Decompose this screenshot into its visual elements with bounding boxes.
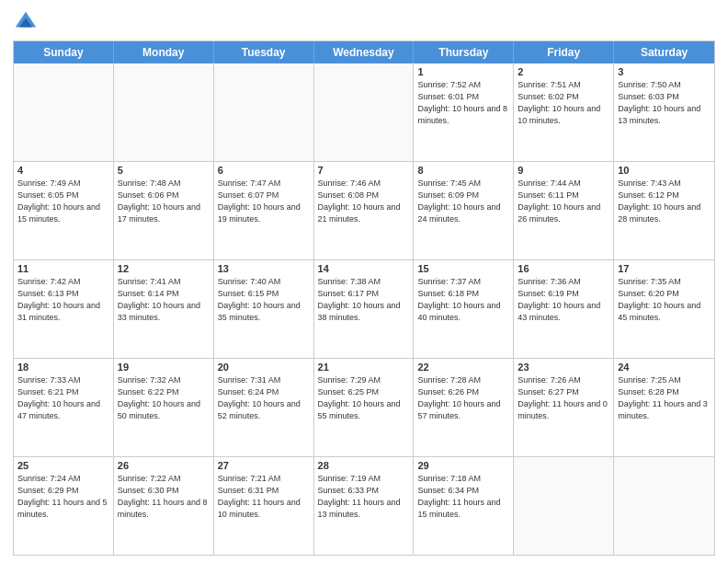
calendar-cell: 25Sunrise: 7:24 AM Sunset: 6:29 PM Dayli… bbox=[14, 457, 114, 555]
sun-info: Sunrise: 7:51 AM Sunset: 6:02 PM Dayligh… bbox=[518, 79, 609, 127]
logo bbox=[13, 9, 42, 35]
calendar-cell: 11Sunrise: 7:42 AM Sunset: 6:13 PM Dayli… bbox=[14, 260, 114, 358]
day-number: 15 bbox=[417, 263, 509, 274]
calendar-cell: 17Sunrise: 7:35 AM Sunset: 6:20 PM Dayli… bbox=[614, 260, 714, 358]
sun-info: Sunrise: 7:50 AM Sunset: 6:03 PM Dayligh… bbox=[618, 79, 711, 127]
calendar-cell bbox=[114, 63, 214, 161]
day-number: 9 bbox=[518, 165, 609, 176]
calendar-body: 1Sunrise: 7:52 AM Sunset: 6:01 PM Daylig… bbox=[14, 63, 714, 555]
logo-icon bbox=[13, 9, 39, 35]
calendar-cell: 12Sunrise: 7:41 AM Sunset: 6:14 PM Dayli… bbox=[114, 260, 214, 358]
calendar-cell: 22Sunrise: 7:28 AM Sunset: 6:26 PM Dayli… bbox=[414, 359, 514, 456]
sun-info: Sunrise: 7:48 AM Sunset: 6:06 PM Dayligh… bbox=[118, 178, 210, 225]
day-number: 24 bbox=[618, 362, 711, 373]
calendar-row-3: 18Sunrise: 7:33 AM Sunset: 6:21 PM Dayli… bbox=[14, 358, 714, 456]
calendar-row-2: 11Sunrise: 7:42 AM Sunset: 6:13 PM Dayli… bbox=[14, 259, 714, 358]
header-cell-thursday: Thursday bbox=[414, 41, 514, 63]
calendar-cell: 18Sunrise: 7:33 AM Sunset: 6:21 PM Dayli… bbox=[14, 359, 114, 456]
calendar-cell: 28Sunrise: 7:19 AM Sunset: 6:33 PM Dayli… bbox=[314, 457, 415, 555]
sun-info: Sunrise: 7:52 AM Sunset: 6:01 PM Dayligh… bbox=[417, 79, 509, 127]
day-number: 17 bbox=[618, 263, 711, 274]
day-number: 1 bbox=[417, 66, 509, 77]
day-number: 23 bbox=[518, 362, 609, 373]
sun-info: Sunrise: 7:18 AM Sunset: 6:34 PM Dayligh… bbox=[417, 473, 509, 521]
header-cell-saturday: Saturday bbox=[614, 41, 714, 63]
day-number: 14 bbox=[318, 263, 410, 274]
sun-info: Sunrise: 7:24 AM Sunset: 6:29 PM Dayligh… bbox=[17, 473, 109, 521]
sun-info: Sunrise: 7:43 AM Sunset: 6:12 PM Dayligh… bbox=[618, 178, 711, 225]
sun-info: Sunrise: 7:19 AM Sunset: 6:33 PM Dayligh… bbox=[318, 473, 410, 521]
day-number: 29 bbox=[417, 460, 509, 471]
sun-info: Sunrise: 7:45 AM Sunset: 6:09 PM Dayligh… bbox=[417, 178, 509, 225]
sun-info: Sunrise: 7:22 AM Sunset: 6:30 PM Dayligh… bbox=[118, 473, 210, 521]
sun-info: Sunrise: 7:28 AM Sunset: 6:26 PM Dayligh… bbox=[417, 374, 509, 422]
sun-info: Sunrise: 7:37 AM Sunset: 6:18 PM Dayligh… bbox=[417, 276, 509, 324]
header-cell-friday: Friday bbox=[514, 41, 614, 63]
day-number: 7 bbox=[318, 165, 410, 176]
day-number: 10 bbox=[618, 165, 711, 176]
day-number: 20 bbox=[218, 362, 310, 373]
calendar-cell: 7Sunrise: 7:46 AM Sunset: 6:08 PM Daylig… bbox=[314, 162, 415, 259]
header bbox=[13, 9, 715, 35]
day-number: 19 bbox=[118, 362, 210, 373]
calendar-cell: 10Sunrise: 7:43 AM Sunset: 6:12 PM Dayli… bbox=[614, 162, 714, 259]
day-number: 3 bbox=[618, 66, 711, 77]
day-number: 11 bbox=[17, 263, 109, 274]
day-number: 22 bbox=[417, 362, 509, 373]
calendar-cell: 27Sunrise: 7:21 AM Sunset: 6:31 PM Dayli… bbox=[214, 457, 314, 555]
calendar-cell: 4Sunrise: 7:49 AM Sunset: 6:05 PM Daylig… bbox=[14, 162, 114, 259]
sun-info: Sunrise: 7:40 AM Sunset: 6:15 PM Dayligh… bbox=[218, 276, 310, 324]
calendar-cell: 1Sunrise: 7:52 AM Sunset: 6:01 PM Daylig… bbox=[414, 63, 514, 161]
day-number: 16 bbox=[518, 263, 609, 274]
sun-info: Sunrise: 7:38 AM Sunset: 6:17 PM Dayligh… bbox=[318, 276, 410, 324]
sun-info: Sunrise: 7:25 AM Sunset: 6:28 PM Dayligh… bbox=[618, 374, 711, 422]
day-number: 4 bbox=[17, 165, 109, 176]
sun-info: Sunrise: 7:32 AM Sunset: 6:22 PM Dayligh… bbox=[118, 374, 210, 422]
sun-info: Sunrise: 7:42 AM Sunset: 6:13 PM Dayligh… bbox=[17, 276, 109, 324]
day-number: 5 bbox=[118, 165, 210, 176]
day-number: 6 bbox=[218, 165, 310, 176]
calendar-cell: 3Sunrise: 7:50 AM Sunset: 6:03 PM Daylig… bbox=[614, 63, 714, 161]
sun-info: Sunrise: 7:29 AM Sunset: 6:25 PM Dayligh… bbox=[318, 374, 410, 422]
sun-info: Sunrise: 7:31 AM Sunset: 6:24 PM Dayligh… bbox=[218, 374, 310, 422]
calendar-cell: 23Sunrise: 7:26 AM Sunset: 6:27 PM Dayli… bbox=[514, 359, 614, 456]
day-number: 2 bbox=[518, 66, 609, 77]
calendar: SundayMondayTuesdayWednesdayThursdayFrid… bbox=[13, 40, 715, 556]
calendar-cell: 5Sunrise: 7:48 AM Sunset: 6:06 PM Daylig… bbox=[114, 162, 214, 259]
day-number: 13 bbox=[218, 263, 310, 274]
calendar-cell: 8Sunrise: 7:45 AM Sunset: 6:09 PM Daylig… bbox=[414, 162, 514, 259]
calendar-cell: 24Sunrise: 7:25 AM Sunset: 6:28 PM Dayli… bbox=[614, 359, 714, 456]
header-cell-wednesday: Wednesday bbox=[314, 41, 415, 63]
calendar-cell bbox=[214, 63, 314, 161]
header-cell-sunday: Sunday bbox=[14, 41, 114, 63]
calendar-cell bbox=[514, 457, 614, 555]
calendar-cell: 26Sunrise: 7:22 AM Sunset: 6:30 PM Dayli… bbox=[114, 457, 214, 555]
sun-info: Sunrise: 7:21 AM Sunset: 6:31 PM Dayligh… bbox=[218, 473, 310, 521]
sun-info: Sunrise: 7:26 AM Sunset: 6:27 PM Dayligh… bbox=[518, 374, 609, 422]
calendar-cell: 20Sunrise: 7:31 AM Sunset: 6:24 PM Dayli… bbox=[214, 359, 314, 456]
calendar-cell: 29Sunrise: 7:18 AM Sunset: 6:34 PM Dayli… bbox=[414, 457, 514, 555]
calendar-cell: 9Sunrise: 7:44 AM Sunset: 6:11 PM Daylig… bbox=[514, 162, 614, 259]
calendar-cell bbox=[14, 63, 114, 161]
day-number: 8 bbox=[417, 165, 509, 176]
sun-info: Sunrise: 7:36 AM Sunset: 6:19 PM Dayligh… bbox=[518, 276, 609, 324]
calendar-row-1: 4Sunrise: 7:49 AM Sunset: 6:05 PM Daylig… bbox=[14, 161, 714, 259]
page: SundayMondayTuesdayWednesdayThursdayFrid… bbox=[0, 0, 728, 563]
sun-info: Sunrise: 7:35 AM Sunset: 6:20 PM Dayligh… bbox=[618, 276, 711, 324]
calendar-cell: 6Sunrise: 7:47 AM Sunset: 6:07 PM Daylig… bbox=[214, 162, 314, 259]
calendar-row-0: 1Sunrise: 7:52 AM Sunset: 6:01 PM Daylig… bbox=[14, 63, 714, 161]
day-number: 28 bbox=[318, 460, 410, 471]
day-number: 26 bbox=[118, 460, 210, 471]
calendar-cell bbox=[614, 457, 714, 555]
sun-info: Sunrise: 7:41 AM Sunset: 6:14 PM Dayligh… bbox=[118, 276, 210, 324]
header-cell-monday: Monday bbox=[114, 41, 214, 63]
header-cell-tuesday: Tuesday bbox=[214, 41, 314, 63]
day-number: 12 bbox=[118, 263, 210, 274]
calendar-cell: 16Sunrise: 7:36 AM Sunset: 6:19 PM Dayli… bbox=[514, 260, 614, 358]
sun-info: Sunrise: 7:47 AM Sunset: 6:07 PM Dayligh… bbox=[218, 178, 310, 225]
calendar-cell: 21Sunrise: 7:29 AM Sunset: 6:25 PM Dayli… bbox=[314, 359, 415, 456]
day-number: 21 bbox=[318, 362, 410, 373]
calendar-cell: 13Sunrise: 7:40 AM Sunset: 6:15 PM Dayli… bbox=[214, 260, 314, 358]
day-number: 25 bbox=[17, 460, 109, 471]
sun-info: Sunrise: 7:46 AM Sunset: 6:08 PM Dayligh… bbox=[318, 178, 410, 225]
